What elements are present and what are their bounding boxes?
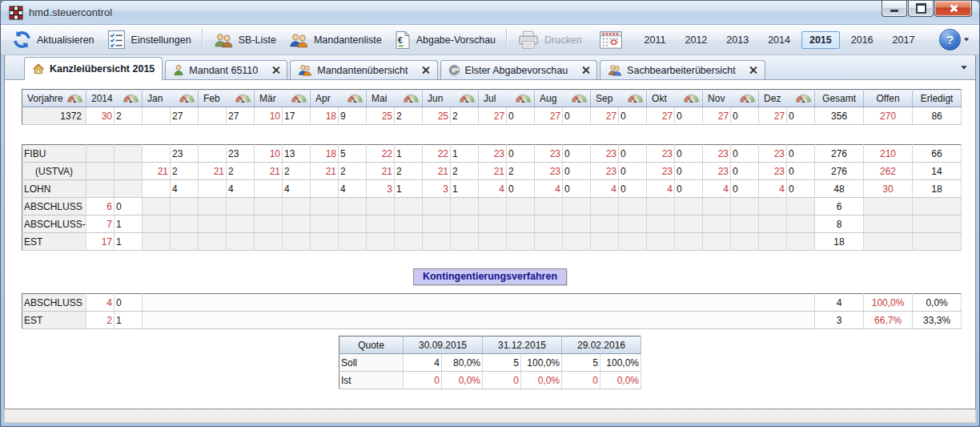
sb-liste-button[interactable]: SB-Liste (208, 29, 281, 51)
close-button[interactable] (934, 1, 972, 17)
grid-cell (283, 198, 311, 216)
grid-cell: 18 (815, 233, 864, 251)
column-label: Aug (540, 93, 556, 104)
grid-cell: 270 (864, 107, 913, 125)
grid-cell (675, 233, 703, 251)
grid-cell: 27 (647, 107, 675, 125)
column-label: Mai (372, 93, 387, 104)
abgabe-vorschau-icon: € (394, 30, 412, 50)
column-label: Feb (203, 93, 220, 104)
grid-cell: 0 (731, 163, 759, 180)
tab-close-button[interactable] (272, 66, 279, 74)
grid-cell (283, 216, 311, 233)
app-window: hmd.steuercontrol Aktualisieren (0, 0, 980, 427)
year-button-2012[interactable]: 2012 (677, 31, 716, 49)
grid-cell: 17 (86, 233, 114, 251)
grid-cell: Soll (339, 354, 404, 372)
grid-cell: 2 (283, 163, 311, 180)
tab-overflow-button[interactable] (961, 66, 967, 70)
grid-cell: 8 (815, 216, 864, 233)
calendar-button[interactable] (594, 27, 628, 53)
grid-cell: LOHN (22, 180, 86, 198)
tab-close-button[interactable] (750, 66, 757, 74)
column-header: 2014 (86, 90, 143, 107)
grid-cell: 23 (171, 145, 199, 163)
tab-sachbearbeiteruebersicht[interactable]: Sachbearbeiterübersicht (600, 60, 765, 79)
column-header: Offen (864, 90, 913, 107)
grid-cell: 4 (647, 180, 675, 198)
settings-button[interactable]: Einstellungen (102, 27, 196, 52)
year-button-2013[interactable]: 2013 (718, 31, 757, 49)
grid-cell: 23 (591, 145, 619, 163)
print-icon (517, 30, 540, 50)
print-button[interactable]: Drucken (512, 27, 587, 53)
grid-cell: 0 (114, 198, 143, 216)
grid-cell (451, 198, 479, 216)
column-header: Erledigt (913, 90, 962, 107)
year-button-2011[interactable]: 2011 (637, 31, 674, 49)
help-button[interactable]: ? (939, 29, 961, 50)
grid-cell (507, 233, 535, 251)
grid-cell: 18 (311, 145, 339, 163)
grid-header-row: Vorjahre2014JanFebMärAprMaiJunJulAugSepO… (22, 90, 962, 107)
grid-cell: 0 (507, 180, 535, 198)
year-button-2017[interactable]: 2017 (885, 31, 923, 49)
maximize-icon (916, 3, 926, 14)
grid-cell (731, 233, 759, 251)
grid-cell (864, 216, 913, 233)
column-header: Quote (339, 336, 404, 354)
gauge-icon (683, 93, 700, 103)
grid-cell: 4 (339, 180, 367, 198)
year-button-2016[interactable]: 2016 (843, 31, 882, 49)
mandantenliste-icon (288, 31, 309, 49)
column-header: Jun (423, 90, 479, 107)
grid-cell: 30 (86, 107, 114, 125)
close-icon (272, 66, 279, 74)
grid-cell (114, 180, 143, 198)
grid-cell (479, 233, 507, 251)
grid-cell: 1 (451, 145, 479, 163)
window-title: hmd.steuercontrol (29, 6, 112, 18)
grid-cell (479, 198, 507, 216)
grid-cell: 10 (255, 107, 283, 125)
tab-mandant-65110[interactable]: Mandant 65110 (165, 60, 287, 79)
tab-close-button[interactable] (582, 66, 589, 74)
grid-cell (647, 198, 675, 216)
grid-cell (507, 216, 535, 233)
grid-cell (367, 233, 395, 251)
grid-header-row: Quote30.09.201531.12.201529.02.2016 (339, 336, 641, 354)
grid-cell: 1372 (22, 107, 86, 125)
grid-cell (563, 233, 591, 251)
detail-table: FIBU232310131852212212302302302302302302… (22, 144, 962, 251)
refresh-label: Aktualisieren (37, 34, 94, 46)
year-button-2014[interactable]: 2014 (760, 31, 798, 49)
grid-cell: 2 (451, 163, 479, 180)
help-dropdown-caret-icon[interactable] (964, 38, 969, 42)
grid-cell (647, 216, 675, 233)
grid-cell (143, 198, 171, 216)
tab-kanzleiuebersicht[interactable]: Kanzleiübersicht 2015 (24, 57, 163, 80)
grid-cell (759, 233, 787, 251)
grid-cell (199, 107, 227, 125)
tab-mandantenuebersicht[interactable]: Mandantenübersicht (290, 60, 437, 79)
year-button-2015-selected[interactable]: 2015 (801, 31, 840, 49)
grid-cell (675, 216, 703, 233)
grid-cell: 4 (759, 180, 787, 198)
maximize-button[interactable] (908, 1, 934, 17)
column-label: Offen (877, 93, 900, 104)
tab-elster-abgabevorschau[interactable]: Elster Abgabevorschau (440, 60, 598, 79)
grid-cell (367, 198, 395, 216)
refresh-button[interactable]: Aktualisieren (7, 27, 99, 52)
grid-cell (591, 198, 619, 216)
minimize-button[interactable] (882, 1, 907, 17)
grid-cell: 30 (864, 180, 913, 198)
mandantenliste-button[interactable]: Mandantenliste (283, 29, 387, 51)
grid-cell: 4 (703, 180, 731, 198)
abgabe-vorschau-button[interactable]: € Abgabe-Vorschau (389, 28, 500, 52)
grid-cell (283, 233, 311, 251)
column-header: Gesamt (815, 90, 864, 107)
grid-cell: 0 (562, 372, 600, 389)
grid-row: Ist00,0%00,0%00,0% (339, 372, 641, 389)
app-icon (9, 6, 23, 20)
tab-close-button[interactable] (423, 66, 430, 74)
